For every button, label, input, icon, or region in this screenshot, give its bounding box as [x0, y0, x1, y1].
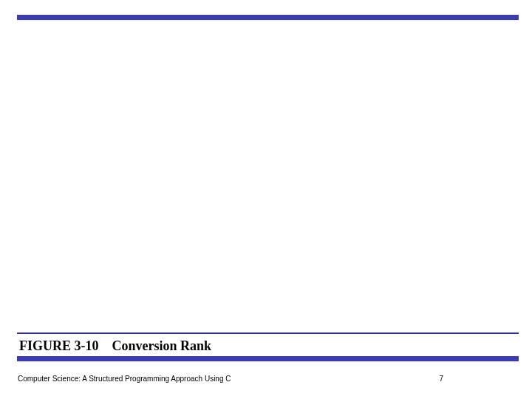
figure-caption: FIGURE 3-10 Conversion Rank	[19, 338, 211, 354]
figure-title: Conversion Rank	[112, 338, 212, 353]
caption-top-rule	[17, 332, 519, 334]
top-border-rule	[17, 15, 519, 20]
figure-label: FIGURE 3-10	[19, 338, 99, 353]
caption-bottom-rule	[17, 356, 519, 361]
footer-book-title: Computer Science: A Structured Programmi…	[18, 375, 231, 383]
footer-page-number: 7	[439, 375, 443, 383]
